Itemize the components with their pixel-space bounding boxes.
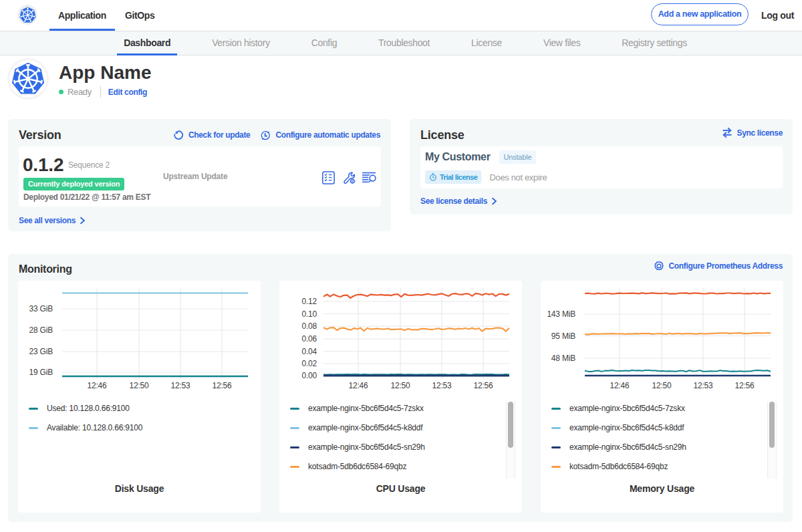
svg-text:12:56: 12:56 [734,381,755,390]
svg-text:12:50: 12:50 [390,381,410,390]
svg-text:19 GiB: 19 GiB [29,368,53,377]
svg-text:12:56: 12:56 [473,381,493,390]
svg-text:12:53: 12:53 [432,381,452,390]
svg-text:0.02: 0.02 [301,359,317,368]
svg-text:143 MiB: 143 MiB [547,309,575,319]
svg-text:23 GiB: 23 GiB [29,347,53,356]
svg-text:0.10: 0.10 [301,309,317,319]
svg-text:0.06: 0.06 [301,334,317,344]
svg-text:12:56: 12:56 [212,381,232,390]
svg-text:12:46: 12:46 [610,381,630,390]
svg-text:48 MiB: 48 MiB [551,354,575,363]
svg-text:95 MiB: 95 MiB [551,331,575,341]
svg-text:12:46: 12:46 [87,381,107,390]
svg-text:0.12: 0.12 [301,297,317,306]
svg-text:12:50: 12:50 [129,381,149,390]
svg-text:12:53: 12:53 [170,381,190,390]
svg-text:12:53: 12:53 [693,381,713,390]
svg-text:0.08: 0.08 [301,321,317,331]
svg-text:0.00: 0.00 [301,371,317,380]
svg-text:12:46: 12:46 [348,381,368,390]
svg-text:28 GiB: 28 GiB [29,325,53,335]
svg-text:12:50: 12:50 [652,381,672,390]
svg-text:33 GiB: 33 GiB [29,304,53,313]
svg-text:0.04: 0.04 [301,347,317,356]
